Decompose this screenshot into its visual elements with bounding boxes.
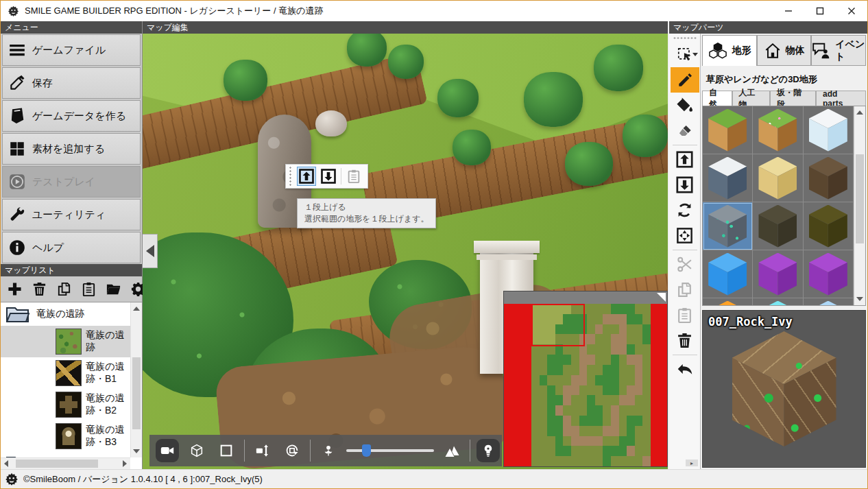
map-list-item-label: 竜族の遺跡・B3 bbox=[86, 424, 130, 449]
minimize-button[interactable] bbox=[773, 1, 804, 21]
minimap-titlebar[interactable] bbox=[504, 291, 667, 304]
collapse-panel-button[interactable] bbox=[143, 234, 158, 268]
divider bbox=[341, 168, 341, 184]
tile-grid-scrollbar[interactable] bbox=[854, 106, 865, 305]
terrain-icon bbox=[708, 42, 728, 60]
subtab-nature[interactable]: 自然 bbox=[702, 91, 732, 106]
paste-terrain-button[interactable] bbox=[344, 167, 363, 186]
copy-map-button[interactable] bbox=[56, 281, 72, 297]
fill-tool-button[interactable] bbox=[671, 93, 699, 118]
maximize-button[interactable] bbox=[804, 1, 836, 21]
map-list-item[interactable]: 竜族の遺跡・B1 bbox=[1, 357, 130, 389]
map-list-item[interactable]: 竜族の遺跡・B2 bbox=[1, 389, 130, 420]
map-list-vscrollbar[interactable] bbox=[130, 302, 142, 457]
menu-item-game-file[interactable]: ゲームファイル bbox=[2, 34, 141, 66]
tile-sand[interactable] bbox=[753, 154, 803, 202]
delete-tool-button[interactable] bbox=[671, 328, 699, 353]
small-rock bbox=[315, 110, 347, 136]
drag-handle[interactable] bbox=[673, 36, 697, 40]
raise-one-step-button[interactable] bbox=[297, 167, 316, 186]
map-list-item-selected[interactable]: 竜族の遺跡 bbox=[1, 326, 130, 357]
part-preview: 007_Rock_Ivy bbox=[702, 310, 866, 468]
open-folder-button[interactable] bbox=[106, 281, 121, 297]
tile-snow-ice[interactable] bbox=[804, 106, 854, 154]
zoom-slider-handle[interactable] bbox=[362, 444, 371, 457]
tile-dark-rock[interactable] bbox=[804, 154, 854, 202]
terrain-float-toolbar bbox=[285, 164, 368, 189]
paste-tool-button[interactable] bbox=[671, 302, 699, 328]
lighting-button[interactable] bbox=[477, 439, 500, 462]
minimap-out-of-bounds bbox=[651, 304, 667, 466]
pencil-tool-button[interactable] bbox=[671, 67, 699, 93]
menu-item-help[interactable]: ヘルプ bbox=[2, 232, 141, 263]
app-window: SMILE GAME BUILDER RPG EDITION - レガシーストー… bbox=[0, 0, 868, 489]
cut-tool-button[interactable] bbox=[671, 252, 699, 277]
divider bbox=[310, 440, 311, 462]
flat-view-button[interactable] bbox=[215, 439, 238, 462]
close-button[interactable] bbox=[836, 1, 867, 21]
tile-rock-ivy[interactable] bbox=[703, 202, 753, 250]
map-parts-region: マップパーツ bbox=[669, 21, 867, 469]
tile-grass-flowers[interactable] bbox=[753, 106, 803, 154]
zoom-near-flower-icon[interactable] bbox=[317, 439, 340, 462]
subtab-manmade[interactable]: 人工物 bbox=[732, 91, 770, 106]
tile-purple-goo[interactable] bbox=[753, 250, 803, 298]
cube-view-button[interactable] bbox=[185, 439, 208, 462]
tile-cobble-dark[interactable] bbox=[753, 202, 803, 250]
tab-label: 物体 bbox=[786, 45, 805, 57]
expand-selection-button[interactable] bbox=[671, 223, 699, 248]
delete-map-button[interactable] bbox=[32, 281, 47, 297]
drag-handle[interactable] bbox=[289, 166, 292, 187]
resize-handle-icon[interactable] bbox=[657, 293, 666, 302]
tab-terrain[interactable]: 地形 bbox=[702, 35, 757, 66]
menu-item-test-play[interactable]: テストプレイ bbox=[2, 166, 141, 198]
menu-item-save[interactable]: 保存 bbox=[2, 67, 141, 99]
smileboom-icon bbox=[5, 473, 19, 486]
camera-height-button[interactable] bbox=[251, 439, 274, 462]
rotate-view-button[interactable] bbox=[280, 439, 304, 462]
refresh-tool-button[interactable] bbox=[671, 198, 699, 223]
tile-water[interactable] bbox=[703, 250, 753, 298]
tile-purple-goo-2[interactable] bbox=[804, 250, 854, 298]
map-list-item[interactable]: 竜族の遺跡・B3 bbox=[1, 420, 130, 452]
tile-ice-blue[interactable] bbox=[804, 298, 854, 305]
tile-ice-cyan[interactable] bbox=[753, 298, 803, 305]
zoom-slider[interactable] bbox=[346, 449, 434, 452]
tile-grass-dirt[interactable] bbox=[703, 106, 753, 154]
menu-item-add-assets[interactable]: 素材を追加する bbox=[2, 133, 141, 165]
undo-button[interactable] bbox=[671, 357, 699, 382]
eraser-tool-button[interactable] bbox=[671, 118, 699, 143]
tool-strip-scroll[interactable]: ▸ bbox=[686, 460, 698, 466]
map-list-item-folder[interactable]: 竜族の遺跡 bbox=[1, 302, 130, 326]
minimap[interactable] bbox=[503, 291, 668, 467]
tab-event[interactable]: イベント bbox=[811, 35, 866, 66]
game-file-icon bbox=[8, 41, 26, 59]
app-icon bbox=[8, 5, 19, 17]
menu-item-utility[interactable]: ユーティリティ bbox=[2, 199, 141, 230]
part-preview-cube bbox=[732, 331, 836, 446]
lower-terrain-button[interactable] bbox=[671, 172, 699, 198]
zoom-far-mountain-icon[interactable] bbox=[440, 439, 463, 462]
select-tool-button[interactable] bbox=[671, 42, 699, 67]
edit-tool-strip: ▸ bbox=[669, 34, 701, 469]
subtab-add-parts[interactable]: add parts bbox=[816, 91, 866, 106]
tab-object[interactable]: 物体 bbox=[757, 35, 812, 66]
status-text: ©SmileBoom / バージョン 1.0.4.10 [ 4 , 6 ]:00… bbox=[23, 473, 263, 486]
subtab-slopes-stairs[interactable]: 坂・階段 bbox=[770, 91, 816, 106]
tile-moss-dark[interactable] bbox=[804, 202, 854, 250]
minimap-view-rectangle[interactable] bbox=[531, 304, 585, 346]
raise-terrain-button[interactable] bbox=[671, 147, 699, 172]
lower-one-step-button[interactable] bbox=[319, 167, 338, 186]
camera-button[interactable] bbox=[156, 439, 179, 462]
add-map-button[interactable] bbox=[7, 281, 23, 297]
build-data-icon bbox=[8, 107, 26, 125]
tree bbox=[388, 45, 424, 79]
copy-tool-button[interactable] bbox=[671, 277, 699, 302]
tile-lava[interactable] bbox=[703, 298, 753, 305]
menu-item-label: ゲームファイル bbox=[32, 44, 106, 57]
tile-snow-rock[interactable] bbox=[703, 154, 753, 202]
map-list-item-folder[interactable]: 竜族の遺跡2 bbox=[1, 452, 130, 457]
map-list-hscrollbar[interactable] bbox=[1, 457, 130, 469]
paste-map-button[interactable] bbox=[81, 281, 97, 297]
menu-item-build-data[interactable]: ゲームデータを作る bbox=[2, 100, 141, 132]
